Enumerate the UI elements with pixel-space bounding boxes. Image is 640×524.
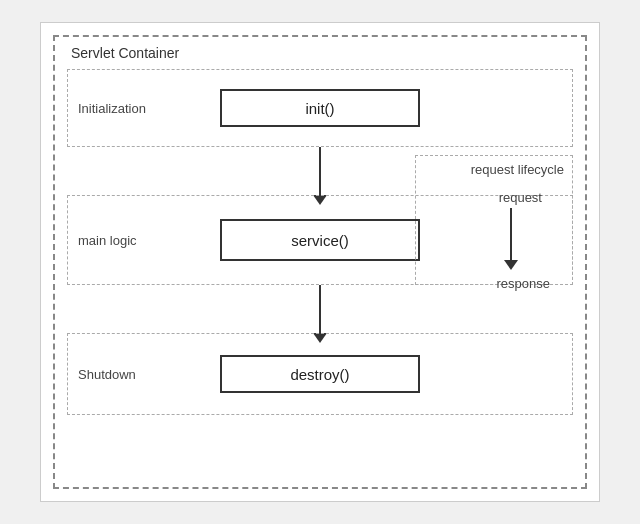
init-box-text: init() [305,100,334,117]
init-section-label: Initialization [78,101,146,116]
arrow-service-to-destroy [319,285,321,335]
arrow-init-to-service [319,147,321,197]
service-box: service() [220,219,420,261]
destroy-box: destroy() [220,355,420,393]
destroy-box-text: destroy() [290,366,349,383]
init-box: init() [220,89,420,127]
request-lifecycle-box: request lifecycle request response [415,155,573,285]
shutdown-section-label: Shutdown [78,367,136,382]
request-lifecycle-label: request lifecycle [471,162,564,177]
response-label: response [497,276,550,291]
main-section-label: main logic [78,233,137,248]
init-section: Initialization init() [67,69,573,147]
request-label: request [499,190,542,205]
servlet-container: Servlet Container Initialization init() … [53,35,587,489]
diagram-wrapper: Servlet Container Initialization init() … [40,22,600,502]
servlet-container-label: Servlet Container [69,45,181,61]
shutdown-section: Shutdown destroy() [67,333,573,415]
arrow-request [510,208,512,262]
service-box-text: service() [291,232,349,249]
